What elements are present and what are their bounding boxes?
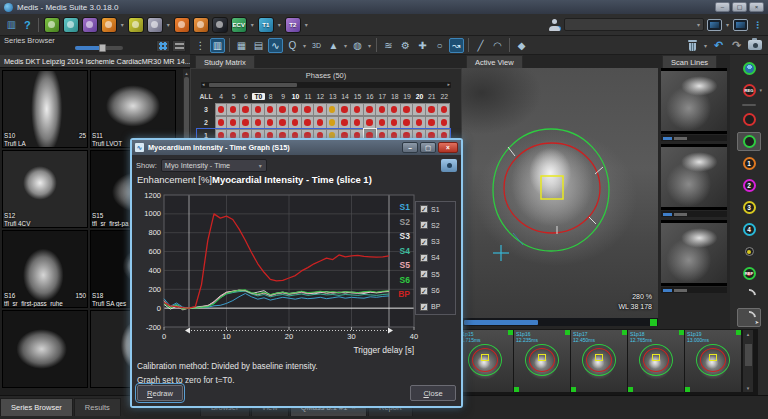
phase-column-header[interactable]: 5 [227,93,239,100]
scan-line-slider[interactable] [661,211,727,217]
dialog-titlebar[interactable]: ∿ Myocardium Intensity - Time Graph (S15… [132,140,461,155]
phase-scrollbar[interactable] [462,318,658,326]
dropdown-caret-icon[interactable]: ▾ [167,21,170,28]
pull-contour-icon[interactable]: ↝ [449,38,464,53]
show-dropdown[interactable]: Myo Intensity - Time▾ [161,159,267,172]
checkbox-S4[interactable]: ✓ [420,254,428,262]
phase-column-header[interactable]: 19 [401,93,413,100]
phase-cell[interactable] [289,116,301,129]
phase-cell[interactable] [215,116,227,129]
pan-icon[interactable]: ✚ [415,38,430,53]
phase-cell[interactable] [240,103,252,116]
draw-line-icon[interactable]: ╱ [473,38,488,53]
mri-image-viewport[interactable]: 280 % WL 38 178 [462,68,658,318]
phase-cell[interactable] [339,116,351,129]
checkbox-S6[interactable]: ✓ [420,287,428,295]
series-thumbnail[interactable]: S12Trufi 4CV [2,150,88,228]
close-button[interactable]: × [749,2,764,12]
phase-thumbnail[interactable]: S1p1913.000ms [685,330,741,392]
tab-scan-lines[interactable]: Scan Lines [662,55,717,68]
phase-cell[interactable] [227,103,239,116]
scan-line-thumbnail[interactable] [661,68,727,141]
phase-column-header[interactable]: 20 [413,93,425,100]
study-header[interactable]: Medis DKT Leipzig 2014 Ischemie CardiacM… [0,55,190,68]
3d-view-icon[interactable]: 3D [309,38,324,53]
tab-series-browser[interactable]: Series Browser [0,398,73,416]
dropdown-caret-icon[interactable]: ▾ [278,21,281,28]
phase-thumbnail[interactable]: S1p1612.235ms [514,330,570,392]
app-purple-icon[interactable] [82,17,98,33]
phase-cell[interactable] [364,116,376,129]
graph-snapshot-button[interactable] [441,159,457,172]
ref-icon[interactable]: REF [737,264,761,283]
phase-cell[interactable] [426,116,438,129]
phase-thumbnail[interactable]: S1p1712.450ms [571,330,627,392]
layers-icon[interactable]: ≋ [381,38,396,53]
minimize-button[interactable]: – [715,2,730,12]
roi-4-icon[interactable]: 4 [737,220,761,239]
phase-cell[interactable] [438,103,450,116]
app-gray-icon[interactable] [147,17,163,33]
arc-tool-icon[interactable]: ◠ [490,38,505,53]
app-qflow-icon[interactable] [63,17,79,33]
magnifier-icon[interactable]: ○ [432,38,447,53]
phase-cell[interactable] [401,103,413,116]
phase-cell[interactable] [364,103,376,116]
overflow-menu-icon[interactable]: ⋮ [751,20,764,30]
phase-cell[interactable] [413,103,425,116]
phase-column-header[interactable]: 11 [302,93,314,100]
phase-cell[interactable] [413,116,425,129]
app-dark-icon[interactable] [212,17,228,33]
app-yellow-icon[interactable] [128,17,144,33]
phase-cell[interactable] [289,103,301,116]
delete-icon[interactable] [685,38,700,53]
dialog-maximize-button[interactable]: ▢ [420,142,436,153]
help-icon[interactable]: ? [22,19,33,31]
dropdown-caret-icon[interactable]: ▾ [121,21,124,28]
phase-cell[interactable] [265,116,277,129]
series-thumbnail[interactable] [2,310,88,388]
redraw-button[interactable]: Redraw [137,385,183,401]
study-matrix-icon[interactable]: ▦ [234,38,249,53]
phase-thumbnail[interactable]: S1p1511.715ms [457,330,513,392]
checkbox-S1[interactable]: ✓ [420,205,428,213]
phase-cell[interactable] [351,103,363,116]
tab-results[interactable]: Results [74,398,121,416]
layout-icon[interactable]: ▥ [4,17,19,32]
phase-cell[interactable] [252,103,264,116]
redo-icon[interactable]: ↷ [729,38,744,53]
series-thumbnail[interactable]: S11Trufi LVOT [90,70,176,148]
checkbox-row-S1[interactable]: ✓S1 [420,205,451,213]
app-qmass-icon[interactable] [44,17,60,33]
phase-column-header[interactable]: 4 [215,93,227,100]
phase-cell[interactable] [314,103,326,116]
snapshot-icon[interactable] [747,38,763,53]
app-t1-icon[interactable]: T1 [258,17,274,33]
globe-icon[interactable]: ◍ [350,38,365,53]
phase-cell[interactable] [327,116,339,129]
checkbox-S2[interactable]: ✓ [420,221,428,229]
phase-cell[interactable] [376,116,388,129]
phase-column-header[interactable]: 6 [240,93,252,100]
close-dialog-button[interactable]: Close [410,385,456,401]
phase-column-header[interactable]: 9 [277,93,289,100]
split-view-icon[interactable]: ▤ [251,38,266,53]
endo-contour-icon[interactable] [737,110,761,129]
tab-active-view[interactable]: Active View [466,55,523,68]
phase-cell[interactable] [240,116,252,129]
roi-1-icon[interactable]: 1 [737,154,761,173]
shield-icon[interactable]: ◆ [514,38,529,53]
phase-column-header[interactable]: 14 [339,93,351,100]
checkbox-row-S6[interactable]: ✓S6 [420,287,451,295]
grid-view-button[interactable] [156,40,170,52]
checkbox-row-S5[interactable]: ✓S5 [420,270,451,278]
phase-cell[interactable] [265,103,277,116]
qmass-menu-icon[interactable]: Q [285,38,300,53]
phase-cell[interactable] [426,103,438,116]
checkbox-row-S4[interactable]: ✓S4 [420,254,451,262]
phase-cell[interactable] [302,103,314,116]
phases-scrollbar[interactable]: ◂ ▸ [201,82,451,88]
phase-cell[interactable] [401,116,413,129]
dropdown-caret-icon[interactable]: ▾ [305,21,308,28]
checkbox-S3[interactable]: ✓ [420,238,428,246]
